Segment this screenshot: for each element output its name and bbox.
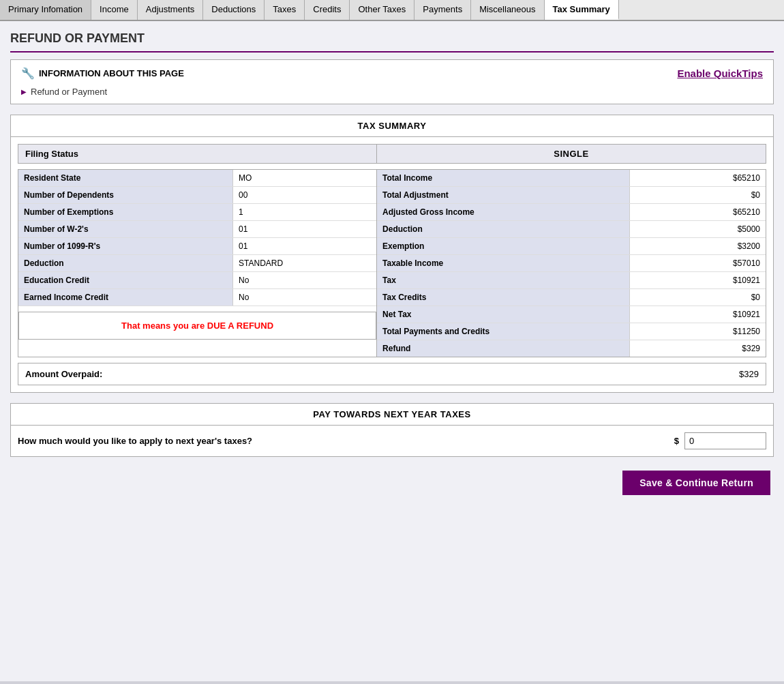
next-year-question: How much would you like to apply to next…: [18, 436, 669, 446]
deduction-value: STANDARD: [233, 255, 376, 271]
nav-tax-summary[interactable]: Tax Summary: [545, 0, 619, 20]
data-grid: Resident State MO Number of Dependents 0…: [18, 169, 766, 357]
right-deduction-label: Deduction: [377, 221, 629, 237]
table-row: Number of Exemptions 1: [18, 204, 376, 221]
total-payments-value: $11250: [630, 323, 766, 340]
dollar-sign: $: [674, 436, 679, 446]
pay-section-header: PAY TOWARDS NEXT YEAR TAXES: [11, 404, 773, 426]
refund-value: $329: [630, 340, 766, 357]
info-box-title-text: INFORMATION ABOUT THIS PAGE: [39, 68, 184, 78]
resident-state-label: Resident State: [18, 170, 233, 186]
info-box-link-text: Refund or Payment: [31, 87, 107, 97]
refund-payment-link[interactable]: ▶ Refund or Payment: [21, 87, 763, 97]
arrow-right-icon: ▶: [21, 88, 27, 95]
filing-status-label: Filing Status: [18, 145, 377, 163]
table-row: Net Tax $10921: [377, 306, 766, 323]
nav-primary-information[interactable]: Primary Infomation: [0, 0, 91, 20]
table-row: Total Income $65210: [377, 170, 766, 187]
table-row: Total Payments and Credits $11250: [377, 323, 766, 340]
agi-value: $65210: [630, 204, 766, 220]
table-row: Education Credit No: [18, 272, 376, 289]
net-tax-value: $10921: [630, 306, 766, 323]
table-row: Number of Dependents 00: [18, 187, 376, 204]
left-panel: Resident State MO Number of Dependents 0…: [18, 170, 377, 357]
total-payments-label: Total Payments and Credits: [377, 323, 629, 340]
amount-overpaid-value: $329: [732, 363, 766, 385]
filing-status-row: Filing Status SINGLE: [18, 144, 766, 164]
earned-income-credit-value: No: [233, 289, 376, 306]
nav-adjustments[interactable]: Adjustments: [138, 0, 204, 20]
taxable-income-label: Taxable Income: [377, 255, 629, 271]
taxable-income-value: $57010: [630, 255, 766, 271]
agi-label: Adjusted Gross Income: [377, 204, 629, 220]
filing-status-value: SINGLE: [377, 145, 766, 163]
table-row: Refund $329: [377, 340, 766, 357]
num-exemptions-value: 1: [233, 204, 376, 220]
info-box-header: 🔧 INFORMATION ABOUT THIS PAGE Enable Qui…: [21, 67, 763, 80]
table-row: Tax $10921: [377, 272, 766, 289]
top-navigation: Primary Infomation Income Adjustments De…: [0, 0, 784, 21]
num-dependents-value: 00: [233, 187, 376, 203]
table-row: Total Adjustment $0: [377, 187, 766, 204]
exemption-label: Exemption: [377, 238, 629, 254]
tax-value: $10921: [630, 272, 766, 288]
tax-label: Tax: [377, 272, 629, 288]
num-dependents-label: Number of Dependents: [18, 187, 233, 203]
table-row: Adjusted Gross Income $65210: [377, 204, 766, 221]
table-row: Deduction $5000: [377, 221, 766, 238]
total-income-label: Total Income: [377, 170, 629, 186]
table-row: Resident State MO: [18, 170, 376, 187]
num-1099rs-value: 01: [233, 238, 376, 254]
num-exemptions-label: Number of Exemptions: [18, 204, 233, 220]
main-content: REFUND OR PAYMENT 🔧 INFORMATION ABOUT TH…: [0, 21, 784, 681]
nav-income[interactable]: Income: [91, 0, 138, 20]
tax-credits-value: $0: [630, 289, 766, 306]
num-w2s-value: 01: [233, 221, 376, 237]
amount-overpaid-row: Amount Overpaid: $329: [18, 363, 766, 385]
info-box-title: 🔧 INFORMATION ABOUT THIS PAGE: [21, 67, 184, 80]
exemption-value: $3200: [630, 238, 766, 254]
nav-deductions[interactable]: Deductions: [203, 0, 265, 20]
table-row: Deduction STANDARD: [18, 255, 376, 272]
table-row: Taxable Income $57010: [377, 255, 766, 272]
nav-taxes[interactable]: Taxes: [265, 0, 305, 20]
nav-credits[interactable]: Credits: [305, 0, 350, 20]
net-tax-label: Net Tax: [377, 306, 629, 323]
deduction-label: Deduction: [18, 255, 233, 271]
num-w2s-label: Number of W-2's: [18, 221, 233, 237]
info-box: 🔧 INFORMATION ABOUT THIS PAGE Enable Qui…: [10, 59, 774, 104]
table-row: Tax Credits $0: [377, 289, 766, 306]
table-row: Earned Income Credit No: [18, 289, 376, 306]
education-credit-value: No: [233, 272, 376, 288]
refund-label: Refund: [377, 340, 629, 357]
resident-state-value: MO: [233, 170, 376, 186]
enable-quicktips-link[interactable]: Enable QuickTips: [677, 68, 763, 79]
tax-summary-box: TAX SUMMARY Filing Status SINGLE Residen…: [10, 115, 774, 393]
earned-income-credit-label: Earned Income Credit: [18, 289, 233, 306]
nav-other-taxes[interactable]: Other Taxes: [350, 0, 414, 20]
next-year-row: How much would you like to apply to next…: [11, 426, 773, 456]
right-deduction-value: $5000: [630, 221, 766, 237]
save-btn-container: Save & Continue Return: [10, 471, 774, 495]
refund-message-text: That means you are DUE A REFUND: [121, 321, 273, 331]
table-row: Exemption $3200: [377, 238, 766, 255]
nav-miscellaneous[interactable]: Miscellaneous: [471, 0, 544, 20]
save-continue-button[interactable]: Save & Continue Return: [622, 471, 770, 495]
table-row: Number of W-2's 01: [18, 221, 376, 238]
tax-summary-content: Filing Status SINGLE Resident State MO N…: [11, 137, 773, 392]
education-credit-label: Education Credit: [18, 272, 233, 288]
tool-icon: 🔧: [21, 67, 35, 80]
total-adjustment-value: $0: [630, 187, 766, 203]
page-title: REFUND OR PAYMENT: [10, 31, 774, 53]
next-year-input[interactable]: [684, 432, 766, 449]
pay-section: PAY TOWARDS NEXT YEAR TAXES How much wou…: [10, 403, 774, 457]
refund-message-box: That means you are DUE A REFUND: [18, 312, 376, 340]
tax-summary-header: TAX SUMMARY: [11, 115, 773, 137]
tax-credits-label: Tax Credits: [377, 289, 629, 306]
table-row: Number of 1099-R's 01: [18, 238, 376, 255]
num-1099rs-label: Number of 1099-R's: [18, 238, 233, 254]
amount-overpaid-label: Amount Overpaid:: [18, 363, 732, 385]
total-income-value: $65210: [630, 170, 766, 186]
nav-payments[interactable]: Payments: [414, 0, 471, 20]
total-adjustment-label: Total Adjustment: [377, 187, 629, 203]
